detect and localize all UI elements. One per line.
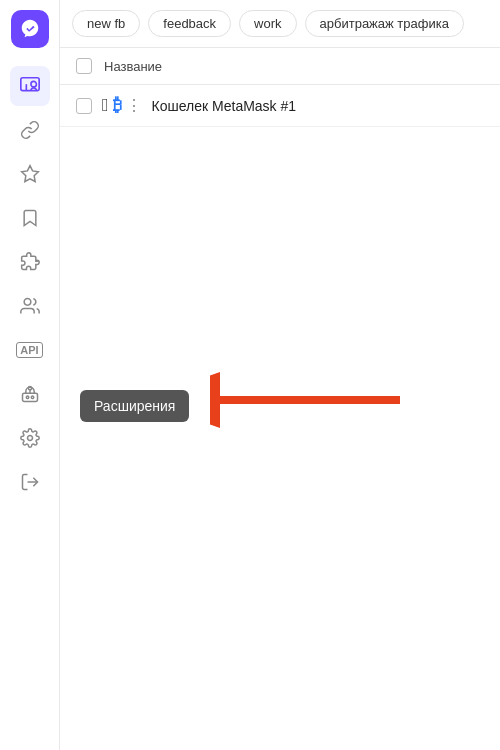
app-logo [11,10,49,48]
svg-point-9 [27,436,32,441]
sidebar-item-api[interactable]: API [10,330,50,370]
sidebar-item-links[interactable] [10,110,50,150]
row-title: Кошелек MetaMask #1 [152,98,297,114]
tab-feedback[interactable]: feedback [148,10,231,37]
more-options-icon[interactable]: ⋮ [126,96,142,115]
settings-icon [20,428,40,448]
favorites-icon [20,164,40,184]
api-label: API [16,342,42,358]
pointer-arrow-icon [210,370,410,430]
table-header: Название [60,48,500,85]
dolphin-logo-icon [19,18,41,40]
sidebar-item-bookmarks[interactable] [10,198,50,238]
extensions-tooltip: Расширения [80,390,189,422]
browser-profiles-icon [19,75,41,97]
svg-marker-3 [21,166,38,182]
logout-icon [20,472,40,492]
robot-icon [20,384,40,404]
column-name-label: Название [104,59,162,74]
sidebar-item-favorites[interactable] [10,154,50,194]
sidebar-item-automation[interactable] [10,374,50,414]
sidebar-item-users[interactable] [10,286,50,326]
sidebar-item-browser-profiles[interactable] [10,66,50,106]
tab-work[interactable]: work [239,10,296,37]
sidebar-item-extensions[interactable] [10,242,50,282]
svg-point-2 [30,81,35,87]
users-icon [20,296,40,316]
arrow-indicator [210,370,410,434]
sidebar-item-logout[interactable] [10,462,50,502]
svg-point-4 [24,299,31,306]
extensions-icon [20,252,40,272]
svg-point-6 [26,396,29,399]
bookmarks-icon [20,208,40,228]
sidebar-item-settings[interactable] [10,418,50,458]
row-checkbox[interactable] [76,98,92,114]
apple-icon:  [102,95,109,116]
sidebar: API [0,0,60,750]
tab-new-fb[interactable]: new fb [72,10,140,37]
svg-rect-5 [22,393,37,401]
tooltip-label: Расширения [94,398,175,414]
tab-arbitrazh[interactable]: арбитражаж трафика [305,10,464,37]
select-all-checkbox[interactable] [76,58,92,74]
table-row:  ₿ ⋮ Кошелек MetaMask #1 [60,85,500,127]
svg-point-7 [31,396,34,399]
bitcoin-icon: ₿ [113,96,122,116]
row-icons:  ₿ ⋮ [102,95,142,116]
links-icon [20,120,40,140]
tabs-bar: new fb feedback work арбитражаж трафика [60,0,500,48]
